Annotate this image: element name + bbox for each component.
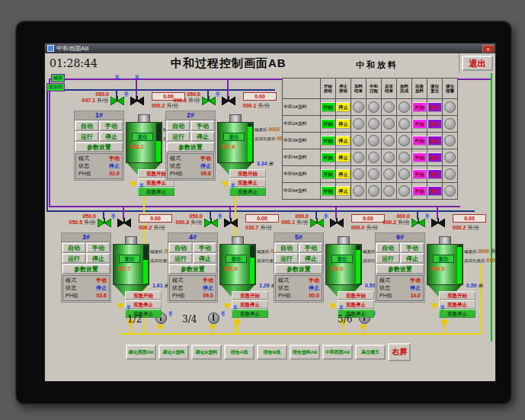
tank-state-tag[interactable]: 复位 bbox=[223, 133, 245, 141]
run-button[interactable]: 运行 bbox=[62, 253, 86, 264]
valve-closed-icon[interactable] bbox=[117, 218, 131, 228]
nav-button[interactable]: 磺化画面AB bbox=[126, 345, 156, 360]
nav-button[interactable]: 综合放料AB bbox=[290, 345, 320, 360]
tank-state-tag[interactable]: 复位 bbox=[331, 255, 353, 263]
flow-unit: 升/分 bbox=[398, 220, 410, 225]
tank-id: 5# bbox=[274, 233, 323, 242]
level-reset-button[interactable]: 复位 bbox=[427, 186, 442, 196]
process-canvas: 手手手手手 碱液 添加剂 050.0 047.1 升/分 手 0.00 000.… bbox=[45, 73, 495, 381]
level-reset-button[interactable]: 复位 bbox=[427, 169, 442, 179]
params-button[interactable]: 参数设置 bbox=[62, 264, 110, 274]
stop-button[interactable]: 停止 bbox=[336, 169, 351, 179]
params-button[interactable]: 参数设置 bbox=[166, 142, 215, 152]
nav-button[interactable]: 高位槽车 bbox=[355, 345, 386, 360]
tank-state-tag[interactable]: 复位 bbox=[226, 255, 247, 263]
start-button[interactable]: 开始 bbox=[321, 119, 335, 129]
neutralize-lamp bbox=[368, 135, 379, 146]
emergency-feed-button[interactable]: 开始 bbox=[412, 136, 427, 146]
manual-button[interactable]: 手动 bbox=[400, 242, 424, 253]
valve-closed-icon[interactable] bbox=[222, 96, 235, 106]
pipe-arrow bbox=[431, 303, 438, 309]
start-button[interactable]: 开始 bbox=[321, 169, 335, 179]
params-button[interactable]: 参数设置 bbox=[274, 264, 323, 274]
valve-open-icon[interactable] bbox=[202, 96, 216, 106]
stop-button[interactable]: 停止 bbox=[336, 102, 351, 112]
auto-button[interactable]: 自动 bbox=[376, 242, 400, 253]
params-button[interactable]: 参数设置 bbox=[75, 142, 123, 152]
emergency-feed-button[interactable]: 开始 bbox=[412, 119, 427, 129]
emergency-start-button[interactable]: 应急开始 bbox=[229, 169, 266, 178]
auto-button[interactable]: 自动 bbox=[274, 242, 299, 253]
tank-state-tag[interactable]: 复位 bbox=[132, 133, 153, 141]
emergency-feed-button[interactable]: 开始 bbox=[412, 102, 427, 112]
discharge-done-lamp bbox=[399, 101, 410, 113]
run-button[interactable]: 运行 bbox=[168, 253, 193, 264]
manual-button[interactable]: 手动 bbox=[299, 242, 323, 253]
table-header: 液位 报警 bbox=[443, 79, 458, 99]
valve-open-icon[interactable] bbox=[98, 218, 111, 228]
manual-tag: 手 bbox=[339, 305, 344, 312]
manual-tag: 手 bbox=[216, 91, 220, 98]
valve-open-icon[interactable] bbox=[204, 218, 218, 228]
tank-state-tag[interactable]: 复位 bbox=[433, 255, 454, 263]
auto-button[interactable]: 自动 bbox=[62, 242, 86, 253]
emergency-start-button[interactable]: 应急开始 bbox=[125, 291, 162, 300]
exit-button[interactable]: 退出 bbox=[462, 56, 493, 71]
auto-button[interactable]: 自动 bbox=[166, 120, 190, 131]
nav-button[interactable]: 磺化A放料 bbox=[158, 345, 189, 360]
close-icon[interactable]: × bbox=[482, 45, 494, 53]
manual-tag: 手 bbox=[425, 213, 430, 220]
valve-closed-icon[interactable] bbox=[330, 218, 344, 228]
emergency-start-button[interactable]: 应急开始 bbox=[439, 291, 475, 300]
tank-state-tag[interactable]: 复位 bbox=[119, 255, 140, 263]
level-reset-button[interactable]: 复位 bbox=[427, 136, 442, 146]
stop-button[interactable]: 停止 bbox=[86, 253, 110, 264]
run-button[interactable]: 运行 bbox=[376, 253, 400, 264]
level-reset-button[interactable]: 复位 bbox=[427, 102, 442, 112]
right-screen-button[interactable]: 右屏 bbox=[388, 343, 411, 361]
level-reset-button[interactable]: 复位 bbox=[427, 119, 442, 129]
valve-open-icon[interactable] bbox=[310, 218, 324, 228]
valve-closed-icon[interactable] bbox=[130, 96, 144, 106]
valve-closed-icon[interactable] bbox=[431, 218, 445, 228]
manual-button[interactable]: 手动 bbox=[86, 242, 110, 253]
run-button[interactable]: 运行 bbox=[75, 131, 99, 142]
manual-button[interactable]: 手动 bbox=[99, 120, 123, 131]
nav-button[interactable]: 综合B线 bbox=[257, 345, 287, 360]
window-titlebar[interactable]: 中和画面AB × bbox=[45, 43, 495, 53]
valve-open-icon[interactable] bbox=[110, 96, 124, 106]
nav-button[interactable]: 中和画面AB bbox=[322, 345, 353, 360]
auto-button[interactable]: 自动 bbox=[168, 242, 193, 253]
emergency-feed-button[interactable]: 开始 bbox=[412, 169, 427, 179]
manual-button[interactable]: 手动 bbox=[190, 120, 215, 131]
start-button[interactable]: 开始 bbox=[321, 136, 335, 146]
emergency-start-button[interactable]: 应急开始 bbox=[232, 291, 268, 300]
stop-button[interactable]: 停止 bbox=[299, 253, 323, 264]
stop-button[interactable]: 停止 bbox=[99, 131, 123, 142]
valve-open-icon[interactable] bbox=[411, 218, 425, 228]
nav-button[interactable]: 综合A线 bbox=[224, 345, 254, 360]
stop-button[interactable]: 停止 bbox=[336, 119, 351, 129]
stop-button[interactable]: 停止 bbox=[336, 152, 351, 162]
stop-button[interactable]: 停止 bbox=[336, 186, 351, 196]
discharge-done-lamp bbox=[399, 168, 410, 180]
valve-closed-icon[interactable] bbox=[224, 218, 238, 228]
params-button[interactable]: 参数设置 bbox=[168, 264, 217, 274]
start-button[interactable]: 开始 bbox=[321, 186, 335, 196]
stop-button[interactable]: 停止 bbox=[336, 136, 351, 146]
emergency-start-button[interactable]: 应急开始 bbox=[338, 291, 374, 300]
stop-button[interactable]: 停止 bbox=[193, 253, 217, 264]
start-button[interactable]: 开始 bbox=[321, 102, 335, 112]
nav-button[interactable]: 磺化B放料 bbox=[191, 345, 222, 360]
level-reset-button[interactable]: 复位 bbox=[427, 152, 442, 162]
stop-button[interactable]: 停止 bbox=[190, 131, 215, 142]
stop-button[interactable]: 停止 bbox=[400, 253, 424, 264]
emergency-feed-button[interactable]: 开始 bbox=[412, 186, 427, 196]
manual-button[interactable]: 手动 bbox=[193, 242, 217, 253]
auto-button[interactable]: 自动 bbox=[75, 120, 99, 131]
run-button[interactable]: 运行 bbox=[166, 131, 190, 142]
start-button[interactable]: 开始 bbox=[321, 152, 335, 162]
run-button[interactable]: 运行 bbox=[274, 253, 299, 264]
params-button[interactable]: 参数设置 bbox=[376, 264, 424, 274]
emergency-feed-button[interactable]: 开始 bbox=[412, 152, 427, 162]
